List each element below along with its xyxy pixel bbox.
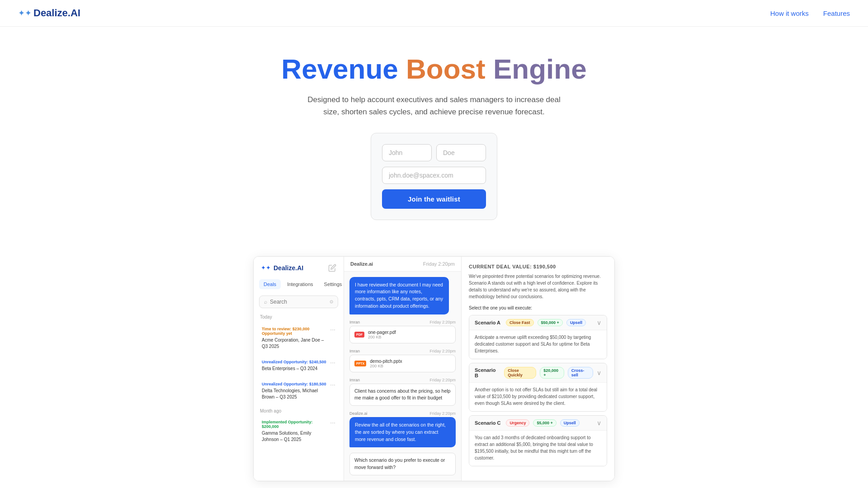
scenario-c-label: Scenario C xyxy=(475,420,500,426)
deal-options-icon[interactable]: ··· xyxy=(330,326,335,333)
nav-how-it-works[interactable]: How it works xyxy=(770,9,809,17)
search-icon: ⌕ xyxy=(264,299,267,305)
today-label: Today xyxy=(259,314,338,319)
sidebar-search-input[interactable] xyxy=(270,299,327,305)
month-ago-label: Month ago xyxy=(260,408,338,413)
chat-question: Which scenario do you prefer to execute … xyxy=(349,453,456,475)
hero-subtitle: Designed to help account executives and … xyxy=(307,94,561,118)
tag-urgency-c: Urgency xyxy=(506,419,529,427)
chat-app-sender: Dealize.ai Friday 2:20pm xyxy=(349,411,456,416)
scenario-card-a: Scenario A Close Fast $50,000 + Upsell ∨… xyxy=(469,315,607,359)
chevron-down-icon: ∨ xyxy=(597,369,601,376)
tag-amount-c: $5,000 + xyxy=(533,419,556,427)
tag-cross-sell-b: Cross-sell xyxy=(568,367,593,379)
scenarios-intro: We've pinpointed three potential scenari… xyxy=(469,273,607,300)
right-panel: CURRENT DEAL VALUE: $190,500 We've pinpo… xyxy=(462,257,614,481)
sidebar-logo-text: Dealize.AI xyxy=(274,264,303,272)
deal-value-label: CURRENT DEAL VALUE: $190,500 xyxy=(469,264,607,269)
deal-options-icon[interactable]: ··· xyxy=(330,419,335,426)
chevron-down-icon: ∨ xyxy=(597,419,601,427)
navbar: ✦✦ Dealize.AI How it works Features xyxy=(0,0,868,27)
deal-options-icon[interactable]: ··· xyxy=(330,381,335,388)
file-name: demo-pitch.pptx xyxy=(370,359,402,364)
scenario-b-label: Scenario B xyxy=(475,367,499,378)
chat-sender: Imran Friday 2:20pm xyxy=(349,320,456,324)
chat-app-name: Dealize.ai xyxy=(350,261,373,267)
scenario-a-label: Scenario A xyxy=(475,320,500,325)
chat-message-file: Imran Friday 2:20pm PPTX demo-pitch.pptx… xyxy=(349,349,456,372)
deal-options-icon[interactable]: ··· xyxy=(330,359,335,366)
chat-header-time: Friday 2:20pm xyxy=(423,261,455,267)
chevron-down-icon: ∨ xyxy=(597,319,601,326)
pptx-icon: PPTX xyxy=(354,361,366,366)
tag-upsell-a: Upsell xyxy=(566,319,586,326)
chat-message-file: Imran Friday 2:20pm PDF one-pager.pdf 20… xyxy=(349,320,456,343)
scenario-card-b: Scenario B Close Quickly $20,000 + Cross… xyxy=(469,363,607,412)
chat-message-bot2: Dealize.ai Friday 2:20pm Review the all … xyxy=(349,411,456,447)
deal-name: Beta Enterprises – Q3 2024 xyxy=(262,366,328,372)
tag-close-fast: Close Fast xyxy=(506,319,534,326)
deal-item[interactable]: Time to review: $230,000 Opportunity yet… xyxy=(259,323,338,353)
chat-messages: I have reviewed the document I may need … xyxy=(344,272,461,481)
tag-close-quickly: Close Quickly xyxy=(504,367,536,379)
chat-message-text: Imran Friday 2:20pm Client has concerns … xyxy=(349,378,456,406)
deal-tag: Time to review: $230,000 Opportunity yet xyxy=(262,327,328,336)
name-row xyxy=(382,144,486,161)
chat-panel: Dealize.ai Friday 2:20pm I have reviewed… xyxy=(344,257,462,481)
last-name-input[interactable] xyxy=(436,144,486,161)
deal-tag: Implemented Opportunity: $200,000 xyxy=(262,420,328,429)
chat-message-bot: I have reviewed the document I may need … xyxy=(349,277,449,314)
scenario-header-c[interactable]: Scenario C Urgency $5,000 + Upsell ∨ xyxy=(469,416,607,430)
tag-amount-b: $20,000 + xyxy=(540,367,564,379)
sidebar-logo: ✦✦ Dealize.AI xyxy=(259,264,338,272)
select-label: Select the one you will execute: xyxy=(469,305,607,310)
chat-text-content: Client has concerns about the pricing, s… xyxy=(349,384,456,406)
scenario-header-a[interactable]: Scenario A Close Fast $50,000 + Upsell ∨ xyxy=(469,315,607,330)
tag-amount-a: $50,000 + xyxy=(538,319,563,326)
file-size: 200 KB xyxy=(368,335,396,339)
scenario-card-c: Scenario C Urgency $5,000 + Upsell ∨ You… xyxy=(469,415,607,466)
chat-bot2-text: Review the all of the scenarios on the r… xyxy=(349,417,456,447)
chat-sender: Imran Friday 2:20pm xyxy=(349,378,456,382)
search-filter-icon: ⊙ xyxy=(330,299,333,304)
deal-item[interactable]: Implemented Opportunity: $200,000 Gamma … xyxy=(259,416,338,446)
sidebar: ✦✦ Dealize.AI Deals Integrations Setting… xyxy=(254,257,344,481)
deal-name: Gamma Solutions, Emily Johnson – Q1 2025 xyxy=(262,430,328,443)
chat-header: Dealize.ai Friday 2:20pm xyxy=(344,257,461,272)
join-waitlist-button[interactable]: Join the waitlist xyxy=(382,189,486,209)
deal-item[interactable]: Unrealized Opportunity: $240,500 Beta En… xyxy=(259,356,338,375)
scenario-header-b[interactable]: Scenario B Close Quickly $20,000 + Cross… xyxy=(469,363,607,382)
scenario-b-body: Another option is to not offer SLAs but … xyxy=(469,382,607,411)
deal-item[interactable]: Unrealized Opportunity: $180,500 Delta T… xyxy=(259,378,338,404)
hero-title-engine: Engine xyxy=(493,53,587,84)
hero-title-revenue: Revenue xyxy=(281,53,398,84)
chat-sender: Imran Friday 2:20pm xyxy=(349,349,456,353)
tab-settings[interactable]: Settings xyxy=(320,279,347,289)
waitlist-form: Join the waitlist xyxy=(371,133,497,220)
nav-features[interactable]: Features xyxy=(823,9,850,17)
sidebar-tabs: Deals Integrations Settings xyxy=(259,279,338,289)
deal-name: Delta Technologies, Michael Brown – Q3 2… xyxy=(262,388,328,400)
nav-links: How it works Features xyxy=(770,9,850,17)
pdf-icon: PDF xyxy=(354,332,364,338)
scenario-c-body: You can add 3 months of dedicated onboar… xyxy=(469,430,607,466)
email-input[interactable] xyxy=(382,167,486,184)
hero-section: Revenue Boost Engine Designed to help ac… xyxy=(0,27,868,238)
deal-tag: Unrealized Opportunity: $240,500 xyxy=(262,360,328,364)
tag-upsell-c: Upsell xyxy=(560,419,580,427)
logo-text: Dealize.AI xyxy=(33,7,80,19)
deal-tag: Unrealized Opportunity: $180,500 xyxy=(262,382,328,386)
hero-title: Revenue Boost Engine xyxy=(9,54,859,84)
edit-icon[interactable] xyxy=(328,264,336,272)
file-name: one-pager.pdf xyxy=(368,330,396,335)
tab-deals[interactable]: Deals xyxy=(259,279,281,289)
tab-integrations[interactable]: Integrations xyxy=(283,279,317,289)
scenario-a-body: Anticipate a revenue uplift exceeding $5… xyxy=(469,330,607,359)
chat-bot-text: I have reviewed the document I may need … xyxy=(355,282,443,309)
sidebar-search-box[interactable]: ⌕ ⊙ xyxy=(259,296,338,308)
file-size: 200 KB xyxy=(370,364,402,368)
first-name-input[interactable] xyxy=(382,144,432,161)
app-mockup: ✦✦ Dealize.AI Deals Integrations Setting… xyxy=(253,256,615,481)
deal-name: Acme Corporation, Jane Doe – Q3 2025 xyxy=(262,337,328,350)
logo-stars-icon: ✦✦ xyxy=(18,8,32,18)
